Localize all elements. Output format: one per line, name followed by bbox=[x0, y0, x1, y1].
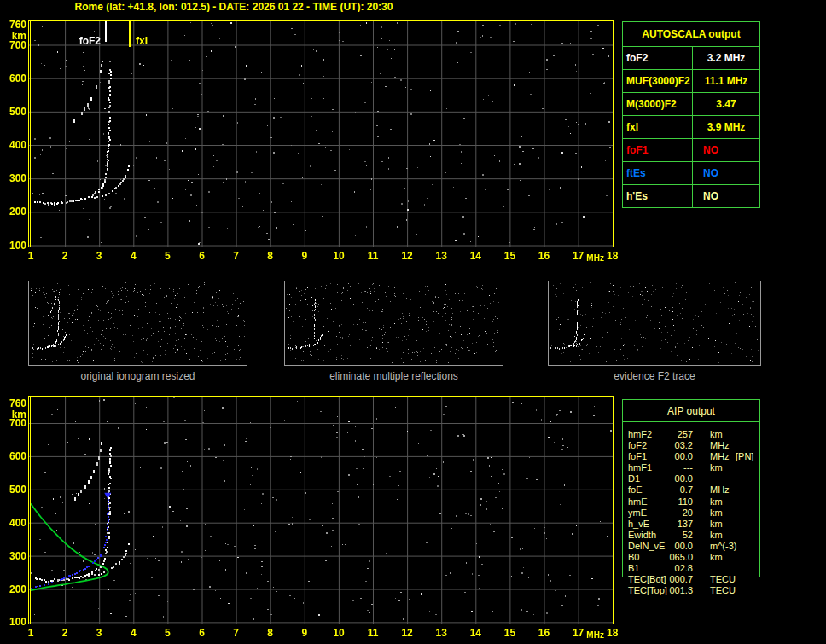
parameter-unit: km bbox=[710, 496, 732, 508]
parameter-unit: km bbox=[710, 519, 732, 530]
parameter-value: NO bbox=[693, 139, 759, 161]
parameter-unit: MHz bbox=[710, 440, 732, 451]
parameter-unit: TECU bbox=[710, 585, 732, 596]
parameter-unit: km bbox=[710, 552, 732, 563]
aip-row: TEC[Bot]000.7TECU bbox=[623, 574, 759, 585]
aip-row: B0065.0km bbox=[623, 552, 759, 563]
aip-row: hmF1---km bbox=[623, 462, 759, 473]
autoscala-row: foF23.2 MHz bbox=[623, 47, 759, 69]
parameter-label: ftEs bbox=[623, 162, 693, 184]
thumbnail-evidence-f2-trace bbox=[548, 281, 761, 366]
parameter-label: hmF1 bbox=[623, 462, 669, 473]
thumbnail-caption: original ionogram resized bbox=[28, 370, 247, 382]
ionogram-analysis-plot bbox=[0, 387, 621, 643]
aip-table-header: AIP output bbox=[623, 400, 759, 422]
parameter-label: fxI bbox=[623, 116, 693, 138]
parameter-label: M(3000)F2 bbox=[623, 93, 693, 115]
parameter-flag: [PN] bbox=[736, 451, 753, 462]
parameter-unit: MHz bbox=[710, 484, 732, 496]
parameter-value: 3.47 bbox=[693, 93, 759, 115]
aip-row: Ewidth52km bbox=[623, 530, 759, 541]
aip-row: D100.0 bbox=[623, 473, 759, 484]
aip-table-body: hmF2257kmfoF203.2MHzfoF100.0MHz[PN]hmF1-… bbox=[623, 429, 759, 596]
parameter-unit bbox=[710, 473, 732, 484]
parameter-value: 00.0 bbox=[669, 541, 693, 552]
parameter-label: ymE bbox=[623, 508, 669, 519]
autoscala-table-header: AUTOSCALA output bbox=[623, 22, 759, 47]
parameter-label: foF2 bbox=[623, 47, 693, 69]
parameter-unit: km bbox=[710, 429, 732, 440]
parameter-value: 137 bbox=[669, 519, 693, 530]
parameter-value: 0.7 bbox=[669, 484, 693, 496]
parameter-label: foF1 bbox=[623, 451, 669, 462]
parameter-label: DelN_vE bbox=[623, 541, 669, 552]
parameter-label: h'Es bbox=[623, 185, 693, 207]
thumbnail-caption: eliminate multiple reflections bbox=[284, 370, 503, 382]
autoscala-table-body: foF23.2 MHzMUF(3000)F211.1 MHzM(3000)F23… bbox=[623, 47, 759, 207]
autoscala-output-table: AUTOSCALA output foF23.2 MHzMUF(3000)F21… bbox=[622, 21, 760, 208]
thumbnail-eliminate-reflections bbox=[284, 281, 503, 366]
parameter-label: hmE bbox=[623, 496, 669, 508]
parameter-label: Ewidth bbox=[623, 530, 669, 541]
parameter-label: foE bbox=[623, 484, 669, 496]
parameter-unit: km bbox=[710, 462, 732, 473]
ionogram-main-plot bbox=[0, 12, 621, 268]
parameter-label: foF2 bbox=[623, 440, 669, 451]
parameter-unit: km bbox=[710, 508, 732, 519]
parameter-value: 11.1 MHz bbox=[693, 70, 759, 92]
parameter-unit: km bbox=[710, 530, 732, 541]
aip-row: DelN_vE00.0m^(-3) bbox=[623, 541, 759, 552]
parameter-value: 110 bbox=[669, 496, 693, 508]
aip-row: h_vE137km bbox=[623, 519, 759, 530]
autoscala-row: fxI3.9 MHz bbox=[623, 115, 759, 138]
parameter-value: 03.2 bbox=[669, 440, 693, 451]
aip-output-table: AIP output hmF2257kmfoF203.2MHzfoF100.0M… bbox=[622, 399, 760, 577]
thumbnail-original-ionogram bbox=[28, 281, 247, 366]
parameter-label: TEC[Top] bbox=[623, 585, 669, 596]
aip-row: hmE110km bbox=[623, 496, 759, 508]
parameter-label: h_vE bbox=[623, 519, 669, 530]
autoscala-row: M(3000)F23.47 bbox=[623, 92, 759, 115]
parameter-unit: m^(-3) bbox=[710, 541, 732, 552]
parameter-unit: MHz bbox=[710, 451, 732, 462]
parameter-label: TEC[Bot] bbox=[623, 574, 669, 585]
parameter-value: NO bbox=[693, 162, 759, 184]
parameter-value: 3.9 MHz bbox=[693, 116, 759, 138]
parameter-label: B1 bbox=[623, 563, 669, 574]
parameter-label: hmF2 bbox=[623, 429, 669, 440]
autoscala-row: MUF(3000)F211.1 MHz bbox=[623, 69, 759, 92]
parameter-value: 52 bbox=[669, 530, 693, 541]
autoscala-row: foF1NO bbox=[623, 138, 759, 161]
parameter-value: 00.0 bbox=[669, 473, 693, 484]
aip-row: TEC[Top]001.3TECU bbox=[623, 585, 759, 596]
parameter-label: B0 bbox=[623, 552, 669, 563]
parameter-value: 00.0 bbox=[669, 451, 693, 462]
parameter-value: 065.0 bbox=[669, 552, 693, 563]
aip-row: foE0.7MHz bbox=[623, 484, 759, 496]
parameter-value: 20 bbox=[669, 508, 693, 519]
parameter-value: 001.3 bbox=[669, 585, 693, 596]
aip-row: B102.8 bbox=[623, 563, 759, 574]
parameter-value: 02.8 bbox=[669, 563, 693, 574]
aip-row: hmF2257km bbox=[623, 429, 759, 440]
parameter-label: MUF(3000)F2 bbox=[623, 70, 693, 92]
parameter-value: NO bbox=[693, 185, 759, 207]
parameter-value: 000.7 bbox=[669, 574, 693, 585]
autoscala-window: Rome (lat: +41.8, lon: 012.5) - DATE: 20… bbox=[0, 0, 826, 644]
parameter-value: 3.2 MHz bbox=[693, 47, 759, 69]
aip-row: foF100.0MHz[PN] bbox=[623, 451, 759, 462]
autoscala-row: h'EsNO bbox=[623, 184, 759, 207]
thumbnail-caption: evidence F2 trace bbox=[548, 370, 761, 382]
parameter-label: D1 bbox=[623, 473, 669, 484]
page-title: Rome (lat: +41.8, lon: 012.5) - DATE: 20… bbox=[0, 1, 468, 13]
parameter-label: foF1 bbox=[623, 139, 693, 161]
aip-row: foF203.2MHz bbox=[623, 440, 759, 451]
aip-row: ymE20km bbox=[623, 508, 759, 519]
parameter-value: 257 bbox=[669, 429, 693, 440]
autoscala-row: ftEsNO bbox=[623, 161, 759, 184]
parameter-unit: TECU bbox=[710, 574, 732, 585]
parameter-value: --- bbox=[669, 462, 693, 473]
parameter-unit bbox=[710, 563, 732, 574]
